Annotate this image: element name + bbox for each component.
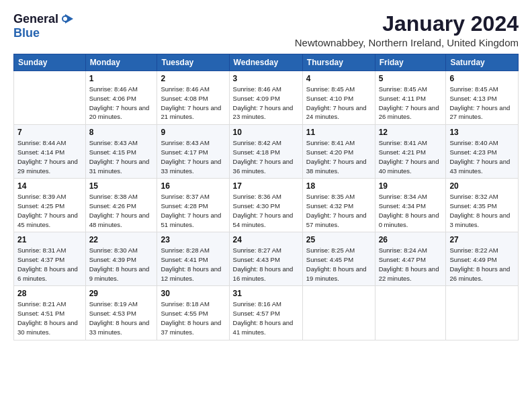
day-number: 18 [306, 181, 371, 191]
calendar-table: Sunday Monday Tuesday Wednesday Thursday… [13, 54, 519, 340]
logo-general: General [13, 12, 58, 26]
day-number: 15 [89, 181, 154, 191]
day-number: 1 [89, 74, 154, 83]
calendar-week-5: 28Sunrise: 8:21 AM Sunset: 4:51 PM Dayli… [14, 286, 519, 340]
day-number: 19 [379, 181, 443, 191]
calendar-header-row: Sunday Monday Tuesday Wednesday Thursday… [14, 54, 519, 71]
day-number: 27 [449, 235, 515, 244]
calendar-cell-w5-d7 [446, 286, 519, 340]
day-info: Sunrise: 8:41 AM Sunset: 4:20 PM Dayligh… [306, 138, 371, 175]
day-number: 2 [161, 74, 225, 83]
day-number: 9 [161, 128, 225, 137]
calendar-cell-w3-d4: 17Sunrise: 8:36 AM Sunset: 4:30 PM Dayli… [229, 179, 302, 232]
day-number: 14 [17, 181, 82, 191]
calendar-cell-w2-d1: 7Sunrise: 8:44 AM Sunset: 4:14 PM Daylig… [14, 125, 86, 179]
calendar-week-3: 14Sunrise: 8:39 AM Sunset: 4:25 PM Dayli… [14, 179, 519, 232]
calendar-cell-w2-d2: 8Sunrise: 8:43 AM Sunset: 4:15 PM Daylig… [85, 125, 157, 179]
day-number: 21 [17, 235, 82, 244]
calendar-cell-w3-d7: 20Sunrise: 8:32 AM Sunset: 4:35 PM Dayli… [446, 179, 519, 232]
header-saturday: Saturday [446, 54, 519, 71]
day-info: Sunrise: 8:35 AM Sunset: 4:32 PM Dayligh… [306, 192, 371, 229]
day-number: 4 [306, 74, 371, 83]
day-number: 23 [161, 235, 225, 244]
calendar-cell-w5-d1: 28Sunrise: 8:21 AM Sunset: 4:51 PM Dayli… [14, 286, 86, 340]
day-info: Sunrise: 8:37 AM Sunset: 4:28 PM Dayligh… [161, 192, 225, 229]
calendar-cell-w3-d3: 16Sunrise: 8:37 AM Sunset: 4:28 PM Dayli… [157, 179, 229, 232]
logo: General Blue [13, 12, 75, 40]
day-number: 3 [233, 74, 299, 83]
calendar-cell-w2-d7: 13Sunrise: 8:40 AM Sunset: 4:23 PM Dayli… [446, 125, 519, 179]
calendar-cell-w4-d2: 22Sunrise: 8:30 AM Sunset: 4:39 PM Dayli… [85, 232, 157, 286]
day-info: Sunrise: 8:44 AM Sunset: 4:14 PM Dayligh… [17, 138, 82, 175]
day-info: Sunrise: 8:24 AM Sunset: 4:47 PM Dayligh… [379, 246, 443, 283]
calendar-cell-w4-d3: 23Sunrise: 8:28 AM Sunset: 4:41 PM Dayli… [157, 232, 229, 286]
day-number: 17 [233, 181, 299, 191]
day-info: Sunrise: 8:38 AM Sunset: 4:26 PM Dayligh… [89, 192, 154, 229]
calendar-cell-w5-d3: 30Sunrise: 8:18 AM Sunset: 4:55 PM Dayli… [157, 286, 229, 340]
calendar-cell-w1-d3: 2Sunrise: 8:46 AM Sunset: 4:08 PM Daylig… [157, 71, 229, 125]
calendar-week-1: 1Sunrise: 8:46 AM Sunset: 4:06 PM Daylig… [14, 71, 519, 125]
svg-point-2 [63, 17, 67, 21]
day-number: 5 [379, 74, 443, 83]
calendar-cell-w4-d5: 25Sunrise: 8:25 AM Sunset: 4:45 PM Dayli… [302, 232, 375, 286]
header-tuesday: Tuesday [157, 54, 229, 71]
day-number: 26 [379, 235, 443, 244]
calendar-cell-w1-d5: 4Sunrise: 8:45 AM Sunset: 4:10 PM Daylig… [302, 71, 375, 125]
day-info: Sunrise: 8:46 AM Sunset: 4:08 PM Dayligh… [161, 85, 225, 122]
calendar-cell-w1-d7: 6Sunrise: 8:45 AM Sunset: 4:13 PM Daylig… [446, 71, 519, 125]
day-number: 7 [17, 128, 82, 137]
day-info: Sunrise: 8:21 AM Sunset: 4:51 PM Dayligh… [17, 300, 82, 336]
calendar-cell-w2-d6: 12Sunrise: 8:41 AM Sunset: 4:21 PM Dayli… [375, 125, 446, 179]
calendar-cell-w5-d6 [375, 286, 446, 340]
day-info: Sunrise: 8:28 AM Sunset: 4:41 PM Dayligh… [161, 246, 225, 283]
location-subtitle: Newtownabbey, Northern Ireland, United K… [295, 37, 519, 48]
day-number: 30 [161, 289, 225, 298]
calendar-cell-w4-d1: 21Sunrise: 8:31 AM Sunset: 4:37 PM Dayli… [14, 232, 86, 286]
day-number: 22 [89, 235, 154, 244]
day-info: Sunrise: 8:19 AM Sunset: 4:53 PM Dayligh… [89, 300, 154, 336]
day-info: Sunrise: 8:16 AM Sunset: 4:57 PM Dayligh… [233, 300, 299, 336]
calendar-cell-w1-d4: 3Sunrise: 8:46 AM Sunset: 4:09 PM Daylig… [229, 71, 302, 125]
day-number: 8 [89, 128, 154, 137]
day-info: Sunrise: 8:40 AM Sunset: 4:23 PM Dayligh… [449, 138, 515, 175]
day-info: Sunrise: 8:42 AM Sunset: 4:18 PM Dayligh… [233, 138, 299, 175]
day-info: Sunrise: 8:30 AM Sunset: 4:39 PM Dayligh… [89, 246, 154, 283]
calendar-cell-w5-d2: 29Sunrise: 8:19 AM Sunset: 4:53 PM Dayli… [85, 286, 157, 340]
logo-blue: Blue [13, 26, 40, 40]
day-info: Sunrise: 8:43 AM Sunset: 4:17 PM Dayligh… [161, 138, 225, 175]
day-info: Sunrise: 8:34 AM Sunset: 4:34 PM Dayligh… [379, 192, 443, 229]
logo-icon [60, 13, 75, 25]
day-info: Sunrise: 8:22 AM Sunset: 4:49 PM Dayligh… [449, 246, 515, 283]
day-number: 13 [449, 128, 515, 137]
calendar-cell-w2-d4: 10Sunrise: 8:42 AM Sunset: 4:18 PM Dayli… [229, 125, 302, 179]
day-info: Sunrise: 8:45 AM Sunset: 4:13 PM Dayligh… [449, 85, 515, 122]
calendar-cell-w3-d2: 15Sunrise: 8:38 AM Sunset: 4:26 PM Dayli… [85, 179, 157, 232]
calendar-cell-w4-d4: 24Sunrise: 8:27 AM Sunset: 4:43 PM Dayli… [229, 232, 302, 286]
day-info: Sunrise: 8:25 AM Sunset: 4:45 PM Dayligh… [306, 246, 371, 283]
day-number: 31 [233, 289, 299, 298]
calendar-cell-w2-d5: 11Sunrise: 8:41 AM Sunset: 4:20 PM Dayli… [302, 125, 375, 179]
day-number: 28 [17, 289, 82, 298]
header-sunday: Sunday [14, 54, 86, 71]
day-info: Sunrise: 8:45 AM Sunset: 4:11 PM Dayligh… [379, 85, 443, 122]
calendar-cell-w5-d4: 31Sunrise: 8:16 AM Sunset: 4:57 PM Dayli… [229, 286, 302, 340]
day-info: Sunrise: 8:41 AM Sunset: 4:21 PM Dayligh… [379, 138, 443, 175]
header-thursday: Thursday [302, 54, 375, 71]
day-number: 6 [449, 74, 515, 83]
header-wednesday: Wednesday [229, 54, 302, 71]
page: General Blue January 2024 Newtownabbey, … [0, 0, 532, 349]
day-number: 24 [233, 235, 299, 244]
calendar-week-2: 7Sunrise: 8:44 AM Sunset: 4:14 PM Daylig… [14, 125, 519, 179]
header: General Blue January 2024 Newtownabbey, … [13, 12, 519, 48]
calendar-cell-w3-d1: 14Sunrise: 8:39 AM Sunset: 4:25 PM Dayli… [14, 179, 86, 232]
calendar-cell-w4-d6: 26Sunrise: 8:24 AM Sunset: 4:47 PM Dayli… [375, 232, 446, 286]
calendar-cell-w3-d5: 18Sunrise: 8:35 AM Sunset: 4:32 PM Dayli… [302, 179, 375, 232]
day-info: Sunrise: 8:36 AM Sunset: 4:30 PM Dayligh… [233, 192, 299, 229]
day-info: Sunrise: 8:43 AM Sunset: 4:15 PM Dayligh… [89, 138, 154, 175]
calendar-cell-w2-d3: 9Sunrise: 8:43 AM Sunset: 4:17 PM Daylig… [157, 125, 229, 179]
calendar-cell-w4-d7: 27Sunrise: 8:22 AM Sunset: 4:49 PM Dayli… [446, 232, 519, 286]
calendar-cell-w5-d5 [302, 286, 375, 340]
day-info: Sunrise: 8:46 AM Sunset: 4:06 PM Dayligh… [89, 85, 154, 122]
day-number: 11 [306, 128, 371, 137]
day-info: Sunrise: 8:32 AM Sunset: 4:35 PM Dayligh… [449, 192, 515, 229]
